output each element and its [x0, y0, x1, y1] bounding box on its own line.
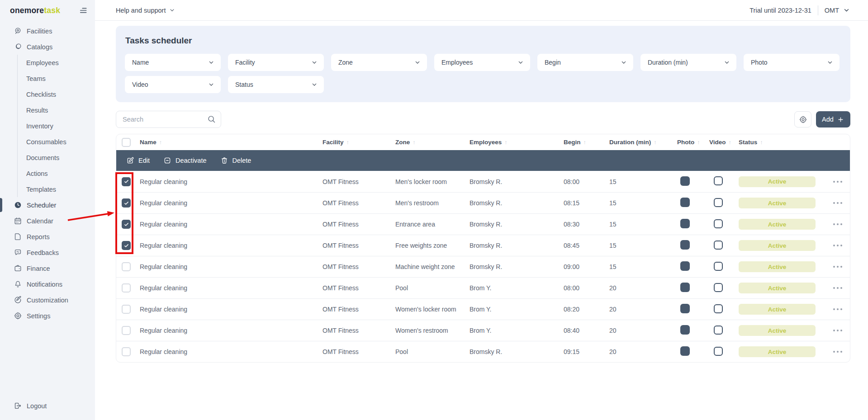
sidebar-item-facilities[interactable]: Facilities [0, 23, 95, 39]
sidebar-item-label: Catalogs [27, 43, 52, 51]
search-input[interactable] [116, 111, 221, 128]
sidebar-item-teams[interactable]: Teams [17, 71, 95, 86]
sidebar-item-employees[interactable]: Employees [17, 55, 95, 71]
cell-employees: Bromsky R. [470, 199, 564, 207]
photo-checkbox-checked[interactable] [680, 304, 690, 313]
filter-dropdown-status[interactable]: Status [228, 76, 324, 93]
video-checkbox[interactable] [714, 304, 723, 313]
add-button[interactable]: Add [816, 111, 850, 127]
cell-employees: Bromsky R. [470, 348, 564, 355]
video-checkbox[interactable] [714, 262, 723, 271]
column-header-duration-min[interactable]: Duration (min)↑ [609, 139, 677, 146]
photo-checkbox-checked[interactable] [680, 176, 690, 186]
cell-employees: Bromsky R. [470, 242, 564, 249]
deactivate-button[interactable]: Deactivate [163, 156, 207, 165]
photo-checkbox-checked[interactable] [680, 219, 690, 228]
video-checkbox[interactable] [714, 198, 723, 207]
account-menu[interactable]: OMT [825, 6, 850, 14]
menu-icon[interactable] [79, 6, 88, 15]
sidebar-item-feedbacks[interactable]: Feedbacks [0, 245, 95, 260]
sidebar-item-finance[interactable]: Finance [0, 260, 95, 276]
column-header-begin[interactable]: Begin↑ [564, 139, 609, 146]
video-checkbox[interactable] [714, 326, 723, 335]
video-checkbox[interactable] [714, 241, 723, 250]
row-checkbox[interactable] [122, 177, 131, 186]
sidebar-item-calendar[interactable]: Calendar [0, 213, 95, 229]
sidebar-item-notifications[interactable]: Notifications [0, 276, 95, 292]
sidebar-item-actions[interactable]: Actions [17, 165, 95, 181]
filter-dropdown-facility[interactable]: Facility [228, 54, 324, 71]
column-header-video[interactable]: Video↑ [709, 139, 739, 146]
sidebar-item-settings[interactable]: Settings [0, 308, 95, 324]
row-actions-menu[interactable] [833, 348, 843, 355]
row-checkbox[interactable] [122, 220, 131, 229]
row-actions-menu[interactable] [833, 306, 843, 313]
column-header-name[interactable]: Name↑ [140, 139, 323, 146]
sidebar-item-templates[interactable]: Templates [17, 181, 95, 197]
sidebar-item-label: Reports [27, 233, 50, 241]
sidebar-item-reports[interactable]: Reports [0, 229, 95, 245]
column-header-status[interactable]: Status↑ [739, 139, 833, 146]
filter-dropdown-begin[interactable]: Begin [537, 54, 633, 71]
cell-begin: 08:40 [564, 327, 609, 334]
sidebar-item-consumables[interactable]: Consumables [17, 134, 95, 150]
cell-facility: OMT Fitness [323, 221, 395, 228]
row-actions-menu[interactable] [833, 178, 843, 185]
filter-dropdown-duration-min[interactable]: Duration (min) [640, 54, 736, 71]
bulk-actions-bar: Edit Deactivate Delete [116, 150, 850, 171]
filter-dropdown-video[interactable]: Video [125, 76, 221, 93]
video-checkbox[interactable] [714, 219, 723, 228]
filter-dropdown-photo[interactable]: Photo [744, 54, 840, 71]
filter-dropdown-employees[interactable]: Employees [434, 54, 530, 71]
row-checkbox[interactable] [122, 326, 131, 335]
select-all-checkbox[interactable] [122, 138, 131, 147]
filter-dropdown-name[interactable]: Name [125, 54, 221, 71]
plus-icon [837, 116, 844, 123]
sidebar-item-catalogs[interactable]: Catalogs [0, 39, 95, 55]
video-checkbox[interactable] [714, 283, 723, 292]
sidebar-item-documents[interactable]: Documents [17, 150, 95, 165]
photo-checkbox-checked[interactable] [680, 261, 690, 271]
sidebar-item-checklists[interactable]: Checklists [17, 86, 95, 102]
table-settings-button[interactable] [794, 111, 811, 127]
column-header-facility[interactable]: Facility↑ [323, 139, 395, 146]
row-checkbox[interactable] [122, 262, 131, 271]
row-actions-menu[interactable] [833, 327, 843, 334]
column-header-photo[interactable]: Photo↑ [677, 139, 709, 146]
row-checkbox[interactable] [122, 198, 131, 208]
delete-button[interactable]: Delete [220, 156, 251, 165]
sidebar-item-results[interactable]: Results [17, 102, 95, 118]
row-checkbox[interactable] [122, 241, 131, 250]
row-actions-menu[interactable] [833, 221, 843, 228]
row-actions-menu[interactable] [833, 263, 843, 270]
row-actions-menu[interactable] [833, 242, 843, 249]
column-header-employees[interactable]: Employees↑ [470, 139, 564, 146]
status-badge: Active [739, 176, 816, 187]
photo-checkbox-checked[interactable] [680, 198, 690, 207]
column-header-zone[interactable]: Zone↑ [395, 139, 470, 146]
filter-panel: Tasks scheduler NameFacilityZoneEmployee… [116, 26, 850, 102]
sidebar-item-inventory[interactable]: Inventory [17, 118, 95, 134]
table-row: Regular cleaningOMT FitnessWomen's restr… [116, 320, 850, 341]
photo-checkbox-checked[interactable] [680, 325, 690, 335]
logout-button[interactable]: Logout [14, 401, 47, 410]
help-and-support-menu[interactable]: Help and support [116, 7, 175, 14]
sidebar: onemoretask FacilitiesCatalogsEmployeesT… [0, 0, 95, 420]
filter-label: Begin [545, 59, 561, 66]
sidebar-item-scheduler[interactable]: Scheduler [0, 197, 95, 213]
video-checkbox[interactable] [714, 176, 723, 185]
sort-ascending-icon: ↑ [760, 139, 763, 146]
sidebar-item-customization[interactable]: Customization [0, 292, 95, 308]
row-checkbox[interactable] [122, 347, 131, 356]
row-checkbox[interactable] [122, 283, 131, 293]
edit-button[interactable]: Edit [126, 156, 150, 165]
photo-checkbox-checked[interactable] [680, 240, 690, 250]
video-checkbox[interactable] [714, 347, 723, 356]
filter-dropdown-zone[interactable]: Zone [331, 54, 427, 71]
photo-checkbox-checked[interactable] [680, 346, 690, 356]
row-checkbox[interactable] [122, 305, 131, 314]
row-actions-menu[interactable] [833, 199, 843, 207]
photo-checkbox-checked[interactable] [680, 283, 690, 292]
row-actions-menu[interactable] [833, 284, 843, 292]
cell-facility: OMT Fitness [323, 284, 395, 292]
